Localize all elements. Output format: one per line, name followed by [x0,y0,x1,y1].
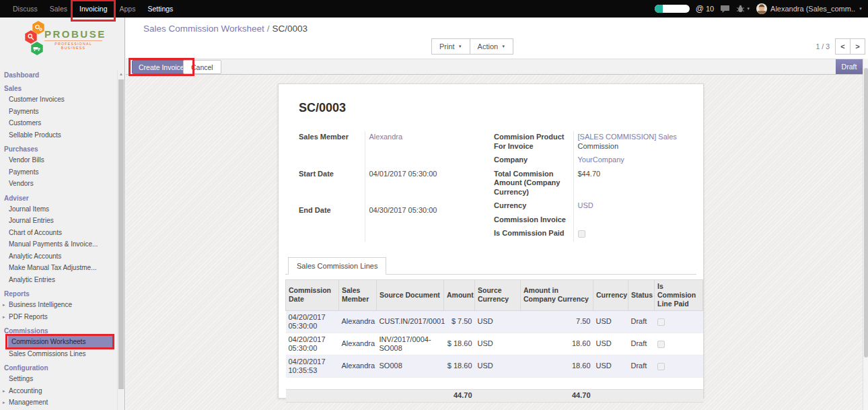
sidebar-item-vendor-bills[interactable]: Vendor Bills [0,154,114,166]
field-row-commision-product-for-invoice: Commision Product For Invoice[SALES COMM… [494,131,683,154]
sidebar-item-customers[interactable]: Customers [0,117,114,129]
sidebar-section-purchases[interactable]: Purchases [0,144,124,154]
sidebar-item-sellable-products[interactable]: Sellable Products [0,129,114,141]
topbar-menu-invoicing[interactable]: Invoicing [73,0,113,18]
cell-line-paid [655,310,703,333]
sidebar-item-label: Journal Entries [9,217,54,224]
sidebar-item-pdf-reports[interactable]: ▸PDF Reports [0,311,114,323]
topbar-menu-apps[interactable]: Apps [113,0,141,18]
topbar-menu: DiscussSalesInvoicingAppsSettings [0,0,179,18]
sidebar-scrollbar[interactable]: ▲ [117,70,124,410]
tab-sales-commission-lines[interactable]: Sales Commission Lines [288,257,386,275]
line-paid-checkbox[interactable] [657,318,665,326]
topbar-menu-settings[interactable]: Settings [141,0,179,18]
sidebar-menu: DashboardSalesCustomer InvoicesPaymentsC… [0,69,124,409]
chevron-down-icon: ▼ [746,7,750,11]
sidebar-item-label: Sales Commissions Lines [9,350,86,357]
cancel-button[interactable]: Cancel [183,60,221,74]
sidebar-section-dashboard[interactable]: Dashboard [0,70,124,80]
table-row[interactable]: 04/20/2017 05:30:00AlexandraCUST.IN/2017… [286,310,703,333]
sidebar-item-payments[interactable]: Payments [0,166,114,178]
total-cell [655,389,703,402]
action-button-group: Print ▼ Action ▼ [431,38,513,55]
breadcrumb-parent-link[interactable]: Sales Commission Worksheet [143,24,264,34]
cell-amount-company: 18.60 [521,355,593,377]
total-amount: 44.70 [444,389,475,402]
field-link[interactable]: Alexandra [369,133,403,141]
field-value-text: $44.70 [578,170,601,178]
cell-commission-date: 04/20/2017 05:30:00 [286,310,339,333]
field-link[interactable]: [SALES COMMISSION] Sales [578,133,677,141]
cell-sales-member: Alexandra [339,355,377,377]
pager-previous-button[interactable]: < [835,38,851,55]
sidebar-item-customer-invoices[interactable]: Customer Invoices [0,94,114,106]
sidebar-item-payments[interactable]: Payments [0,106,114,118]
cell-source-document: SO008 [377,355,444,377]
sidebar-scrollbar-thumb[interactable] [118,79,124,389]
sidebar-section-commissions[interactable]: Commissions [0,326,124,336]
sidebar-item-vendors[interactable]: Vendors [0,178,114,190]
field-link[interactable]: YourCompany [578,156,624,164]
column-header-sales-member: Sales Member [339,279,377,310]
sidebar-section-configuration[interactable]: Configuration [0,363,124,373]
sidebar-item-label: Commission Worksheets [11,338,85,345]
main-scrollbar[interactable] [863,59,868,410]
create-invoice-button[interactable]: Create Invoice [132,60,191,74]
sidebar-item-chart-of-accounts[interactable]: Chart of Accounts [0,227,114,239]
checkbox-is-commission-paid[interactable] [578,230,585,238]
line-paid-checkbox[interactable] [657,341,665,348]
cell-source-document: INV/2017/0004-SO008 [377,333,444,355]
field-value-text: 04/30/2017 05:30:00 [369,206,437,214]
topbar-menu-sales[interactable]: Sales [44,0,73,18]
sidebar-item-manual-payments-invoice[interactable]: Manual Payments & Invoice... [0,238,114,250]
chevron-down-icon: ▼ [458,44,462,48]
mention-counter[interactable]: @ 10 [696,4,714,13]
sidebar-item-journal-entries[interactable]: Journal Entries [0,215,114,227]
sidebar-section-sales[interactable]: Sales [0,83,124,94]
pager-next-button[interactable]: > [850,38,865,55]
action-button-label: Action [478,42,499,50]
line-paid-checkbox[interactable] [657,363,665,370]
sidebar-item-journal-items[interactable]: Journal Items [0,203,114,215]
sidebar-item-label: Sellable Products [9,131,61,139]
main-scrollbar-thumb[interactable] [864,68,868,357]
print-button-label: Print [439,42,455,50]
sidebar-item-settings[interactable]: Settings [0,373,114,385]
chat-icon[interactable] [720,5,730,13]
total-cell [339,389,377,402]
sidebar-item-business-intelligence[interactable]: ▸Business Intelligence [0,299,114,311]
field-row-end-date: End Date04/30/2017 05:30:00 [299,205,493,242]
column-header-source-document: Source Document [377,279,444,310]
status-badge[interactable]: Draft [836,59,863,74]
action-button[interactable]: Action ▼ [470,38,514,55]
sidebar-item-label: Business Intelligence [9,301,72,308]
sidebar-item-management[interactable]: ▸Management [0,397,114,409]
field-value: Alexandra [365,131,493,168]
sidebar-item-commission-worksheets[interactable]: Commission Worksheets [8,336,114,348]
field-link[interactable]: USD [578,201,593,209]
field-label: Total Commision Amount (Company Currency… [494,168,573,201]
cell-currency: USD [593,355,628,377]
sidebar-item-analytic-entries[interactable]: Analytic Entries [0,274,114,286]
table-row[interactable]: 04/20/2017 05:30:00AlexandraINV/2017/000… [286,333,703,355]
sidebar-item-accounting[interactable]: ▸Accounting [0,385,114,397]
breadcrumb-separator: / [264,24,273,34]
sidebar-section-reports[interactable]: Reports [0,289,124,299]
user-menu[interactable]: Alexandra (Sales_comm.. ▼ [756,3,863,14]
sidebar-item-label: Make Manual Tax Adjustme... [9,264,96,271]
scroll-up-icon[interactable]: ▲ [118,70,124,79]
print-button[interactable]: Print ▼ [431,38,470,55]
sidebar-section-adviser[interactable]: Adviser [0,193,124,203]
planner-progressbar[interactable] [655,5,690,13]
sidebar-item-analytic-accounts[interactable]: Analytic Accounts [0,250,114,263]
spacer-cell [286,377,703,389]
field-value: 04/01/2017 05:30:00 [365,168,493,205]
table-row[interactable]: 04/20/2017 10:35:53AlexandraSO008$ 18.60… [286,355,703,377]
sidebar-item-make-manual-tax-adjustme[interactable]: Make Manual Tax Adjustme... [0,262,114,274]
topbar-menu-discuss[interactable]: Discuss [7,0,44,18]
commission-lines-table: Commission DateSales MemberSource Docume… [285,279,703,403]
field-value: $44.70 [573,168,683,201]
column-header-is-commision-line-paid: Is Commision Line Paid [655,279,703,310]
sidebar-item-sales-commissions-lines[interactable]: Sales Commissions Lines [0,348,114,360]
bug-icon[interactable]: ▼ [736,5,750,13]
